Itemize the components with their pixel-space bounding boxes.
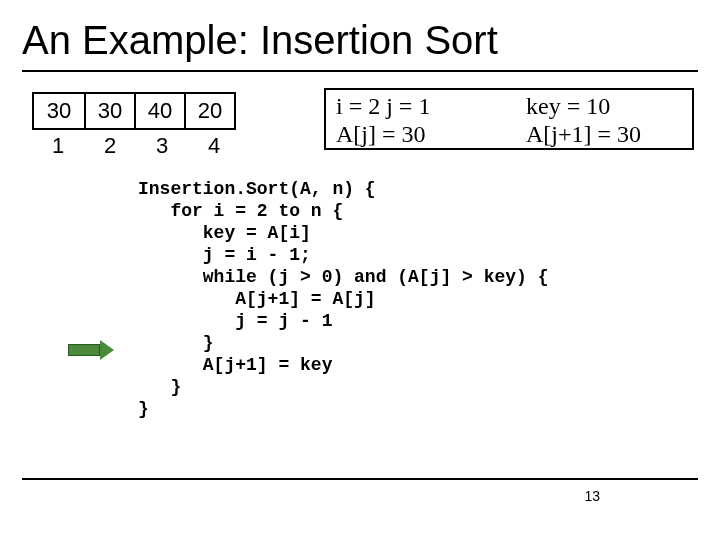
array-cell: 40 — [134, 94, 184, 128]
array-cell: 30 — [34, 94, 84, 128]
array-index: 2 — [84, 133, 136, 159]
footer-line — [22, 478, 698, 480]
array-box: 30 30 40 20 — [32, 92, 236, 130]
page-number: 13 — [584, 488, 600, 504]
array-index: 3 — [136, 133, 188, 159]
array-index: 1 — [32, 133, 84, 159]
arrow-shaft — [68, 344, 100, 356]
array-cell: 20 — [184, 94, 234, 128]
code-block: Insertion.Sort(A, n) { for i = 2 to n { … — [138, 178, 548, 420]
array-index: 4 — [188, 133, 240, 159]
pointer-arrow-icon — [68, 340, 118, 360]
arrow-head — [100, 340, 114, 360]
status-i-j: i = 2 j = 1 — [336, 92, 526, 120]
slide-title: An Example: Insertion Sort — [22, 18, 498, 63]
status-key: key = 10 — [526, 92, 682, 120]
array-indices: 1 2 3 4 — [32, 133, 240, 159]
status-aj: A[j] = 30 — [336, 120, 526, 148]
status-aj1: A[j+1] = 30 — [526, 120, 682, 148]
array-cell: 30 — [84, 94, 134, 128]
status-box: i = 2 j = 1 key = 10 A[j] = 30 A[j+1] = … — [324, 88, 694, 150]
title-underline — [22, 70, 698, 72]
slide: { "title": "An Example: Insertion Sort",… — [0, 0, 720, 540]
